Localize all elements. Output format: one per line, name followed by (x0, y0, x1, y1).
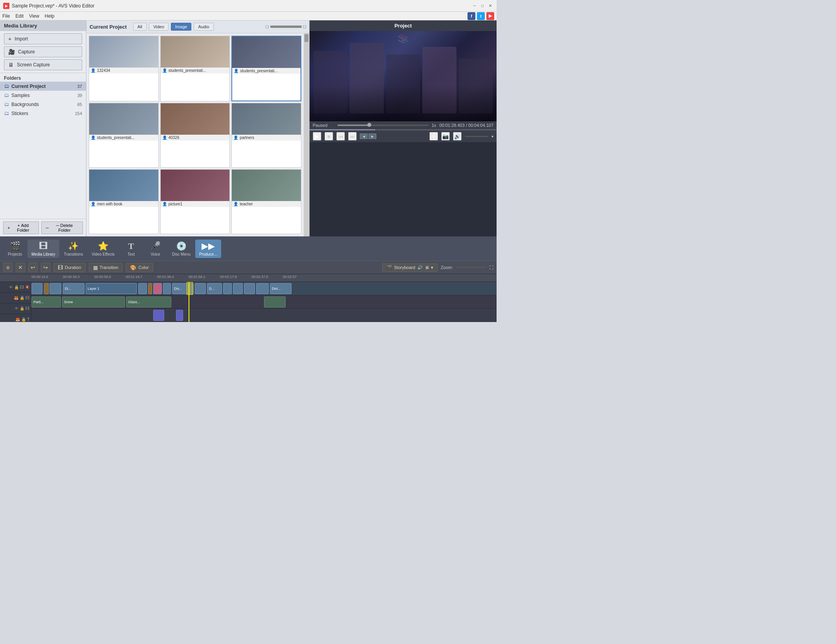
clip-video-10[interactable] (256, 283, 269, 294)
clip-video-2[interactable] (50, 283, 61, 294)
snapshot-button[interactable]: 📷 (441, 132, 450, 141)
clip-overlay2-2[interactable] (176, 310, 183, 321)
progress-bar[interactable] (310, 129, 497, 130)
media-item-1[interactable]: 👤 students_presentati... (160, 36, 230, 101)
filter-image-button[interactable]: Image (171, 23, 192, 31)
close-button[interactable]: ✕ (487, 3, 493, 9)
eye-icon-overlay2[interactable]: 👁 (15, 306, 18, 311)
toolbar-voice[interactable]: 🎤 Voice (144, 240, 167, 258)
clip-video-7[interactable] (223, 283, 232, 294)
transition-button[interactable]: ▦ Transition (89, 263, 123, 272)
timeline-delete-button[interactable]: ✕ (16, 263, 25, 272)
media-item-0[interactable]: 👤 132434 (89, 36, 159, 101)
duration-button[interactable]: 🎞 Duration (53, 263, 86, 272)
clip-video-5[interactable] (163, 283, 171, 294)
media-item-3[interactable]: 👤 students_presentati... (89, 103, 159, 168)
tracks-content[interactable]: Di... Layer 1 Div... D... Divi... Parti.… (31, 282, 497, 322)
search-slider[interactable] (270, 26, 302, 28)
clip-overlay-glass[interactable]: Glass... (126, 296, 171, 307)
clip-overlay-parti[interactable]: Parti... (31, 296, 61, 307)
timeline-redo-button[interactable]: ↪ (41, 263, 50, 272)
audio-mute-icon[interactable]: 🔇 (25, 285, 29, 289)
toolbar-disc-menu[interactable]: 💿 Disc Menu (168, 240, 194, 258)
clip-trans-2[interactable] (148, 283, 152, 294)
delete-folder-button[interactable]: ─ ─ Delete Folder (41, 221, 83, 234)
capture-button[interactable]: 🎥 Capture (4, 46, 82, 57)
import-button[interactable]: + Import (4, 33, 82, 44)
media-thumb-5 (232, 103, 301, 135)
folder-item-samples[interactable]: 🗂 Samples 39 (0, 91, 86, 100)
minimize-button[interactable]: ─ (471, 3, 478, 9)
clip-overlay2-1[interactable] (153, 310, 164, 321)
delete-folder-label: ─ Delete Folder (50, 223, 79, 232)
toolbar-media-library[interactable]: 🎞 Media Library (28, 240, 59, 258)
fullscreen-button[interactable]: ⛶ (429, 132, 438, 141)
clip-video-di[interactable]: Di... (63, 283, 84, 294)
facebook-icon[interactable]: f (468, 12, 475, 20)
menu-view[interactable]: View (29, 13, 39, 19)
timeline-grid-button[interactable]: ⊞ (3, 263, 13, 272)
playhead[interactable] (189, 282, 189, 322)
clip-video-3[interactable] (138, 283, 147, 294)
next-frame-button[interactable]: ⏭ (348, 132, 357, 141)
filter-audio-button[interactable]: Audio (194, 23, 213, 31)
storyboard-button[interactable]: 🎬 Storyboard 🔊 🖥 ▾ (382, 263, 438, 272)
prev-frame-button[interactable]: ⏮ (336, 132, 345, 141)
volume-button[interactable]: 🔊 (453, 132, 462, 141)
lock-icon-overlay2[interactable]: 🔒 (20, 306, 24, 311)
filter-video-button[interactable]: Video (149, 23, 169, 31)
clip-video-9[interactable] (244, 283, 255, 294)
media-item-5[interactable]: 👤 partners (231, 103, 301, 168)
media-item-6[interactable]: 👤 men with book (89, 169, 159, 234)
clip-trans-1[interactable] (44, 283, 49, 294)
menu-file[interactable]: File (2, 13, 10, 19)
media-scrollbar[interactable] (304, 33, 309, 236)
twitter-icon[interactable]: t (477, 12, 485, 20)
menu-edit[interactable]: Edit (15, 13, 24, 19)
seek-bar[interactable] (337, 124, 429, 126)
color-button[interactable]: 🎨 Color (126, 263, 153, 272)
filter-all-button[interactable]: All (133, 23, 147, 31)
folder-item-backgrounds[interactable]: 🗂 Backgrounds 65 (0, 100, 86, 109)
toolbar-projects[interactable]: 🎬 Projects (3, 240, 27, 258)
toolbar-transitions[interactable]: ✨ Transitions (60, 240, 87, 258)
toolbar-video-effects[interactable]: ⭐ Video Effects (88, 240, 119, 258)
clip-overlay-4[interactable] (264, 296, 286, 307)
media-item-7[interactable]: 👤 picture1 (160, 169, 230, 234)
seek-thumb[interactable] (367, 123, 371, 127)
clip-video-divi[interactable]: Divi... (270, 283, 292, 294)
play-button[interactable]: ▶ (313, 132, 321, 141)
lock-icon-video[interactable]: 🔒 (14, 285, 19, 289)
clip-video-6[interactable] (195, 283, 206, 294)
lock-icon-overlay[interactable]: 🔒 (20, 296, 24, 300)
step-forward-button[interactable]: ▶ (368, 134, 376, 139)
folder-item-current-project[interactable]: 🗂 Current Project 37 (0, 82, 86, 91)
toolbar-text[interactable]: T Text (119, 240, 143, 258)
playback-time: 00:01:28.403 / 00:04:04.107 (439, 123, 493, 128)
toolbar-produce[interactable]: ▶▶ Produce... (195, 240, 221, 258)
clip-video-8[interactable] (233, 283, 243, 294)
eye-icon-video[interactable]: 👁 (9, 285, 13, 289)
stop-button[interactable]: ■ (324, 132, 333, 141)
clip-overlay-snow[interactable]: Snow (62, 296, 125, 307)
add-folder-button[interactable]: + + Add Folder (3, 221, 39, 234)
clip-video-1[interactable] (31, 283, 42, 294)
volume-slider[interactable] (465, 136, 488, 137)
timeline-undo-button[interactable]: ↩ (28, 263, 38, 272)
youtube-icon[interactable]: ▶ (486, 12, 494, 20)
preview-panel: Project 📚 Paused 1x (310, 20, 497, 236)
media-item-2[interactable]: 👤 students_presentati... (231, 36, 301, 101)
clip-video-4[interactable] (153, 283, 162, 294)
media-item-4[interactable]: 👤 40326 (160, 103, 230, 168)
clip-video-layer1[interactable]: Layer 1 (86, 283, 137, 294)
restore-button[interactable]: □ (479, 3, 486, 9)
step-back-button[interactable]: ◀ (360, 134, 368, 139)
clip-video-d[interactable]: D... (207, 283, 222, 294)
screen-capture-button[interactable]: 🖥 Screen Capture (4, 59, 82, 70)
media-item-8[interactable]: 👤 teacher (231, 169, 301, 234)
folder-item-stickers[interactable]: 🗂 Stickers 154 (0, 109, 86, 118)
menu-help[interactable]: Help (45, 13, 55, 19)
zoom-slider[interactable] (455, 267, 487, 268)
lock-icon-text[interactable]: 🔒 (21, 317, 26, 322)
folder-icon-samples: 🗂 (4, 92, 9, 98)
